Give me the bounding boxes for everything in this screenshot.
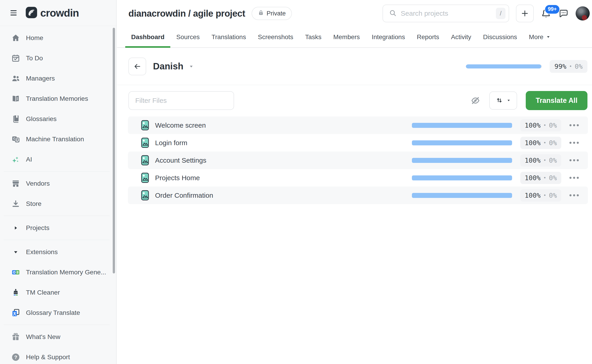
home-icon: [10, 32, 21, 43]
topbar: dianacrowdin / agile project Private /: [117, 0, 592, 27]
calendar-check-icon: [10, 53, 21, 64]
tab-dashboard[interactable]: Dashboard: [125, 27, 170, 47]
page-title: dianacrowdin / agile project: [128, 8, 245, 19]
chevron-down-icon: [546, 33, 551, 41]
book-icon: [10, 114, 21, 124]
file-row[interactable]: Order Confirmation 100%•0%: [128, 187, 588, 204]
ai-sparkles-icon: [10, 154, 21, 165]
file-more-menu[interactable]: [569, 192, 579, 198]
chevron-right-icon: [10, 222, 21, 233]
language-progress-badge: 99% • 0%: [550, 60, 587, 73]
search-shortcut-key: /: [496, 8, 506, 19]
chevron-down-icon: [507, 98, 511, 103]
file-toolbar: Translate All: [117, 85, 592, 110]
sidebar: crowdin Home To Do Managers: [0, 0, 117, 364]
file-progress-bar: [412, 193, 512, 198]
file-progress-bar: [412, 176, 512, 180]
glossary-translate-icon: [10, 307, 21, 318]
file-progress-bar: [412, 158, 512, 163]
crowdin-app: crowdin Home To Do Managers: [0, 0, 592, 364]
sidebar-item-projects[interactable]: Projects: [0, 218, 116, 238]
file-progress-bar: [412, 123, 512, 128]
tab-integrations[interactable]: Integrations: [366, 27, 411, 47]
search-box: /: [383, 5, 509, 22]
sort-button[interactable]: [489, 91, 517, 110]
crowdin-logo[interactable]: crowdin: [26, 6, 79, 19]
file-name: Login form: [155, 139, 187, 147]
file-row[interactable]: Account Settings 100%•0%: [128, 151, 588, 169]
file-more-menu[interactable]: [569, 122, 579, 128]
privacy-badge: Private: [252, 7, 292, 20]
file-more-menu[interactable]: [569, 175, 579, 181]
sidebar-scrollbar[interactable]: [113, 28, 115, 273]
back-button[interactable]: [128, 58, 146, 75]
filter-files-input[interactable]: [128, 91, 234, 110]
sidebar-item-help-support[interactable]: ? Help & Support: [0, 347, 116, 364]
eye-off-icon[interactable]: [470, 95, 481, 106]
avatar[interactable]: [576, 6, 590, 20]
tab-translations[interactable]: Translations: [206, 27, 252, 47]
sidebar-item-extensions[interactable]: Extensions: [0, 242, 116, 262]
book-open-icon: [10, 93, 21, 104]
file-progress-badge: 100%•0%: [520, 189, 561, 202]
tab-sources[interactable]: Sources: [170, 27, 206, 47]
users-icon: [10, 73, 21, 84]
lock-icon: [258, 10, 264, 18]
sidebar-item-glossary-translate[interactable]: Glossary Translate: [0, 303, 116, 323]
download-icon: [10, 198, 21, 209]
translate-all-button[interactable]: Translate All: [526, 91, 587, 110]
main-content: dianacrowdin / agile project Private /: [117, 0, 592, 364]
image-file-icon: [141, 173, 149, 183]
sidebar-item-tm-generator[interactable]: Translation Memory Gene...: [0, 262, 116, 282]
sidebar-item-vendors[interactable]: Vendors: [0, 173, 116, 194]
notifications-count-badge: 99+: [544, 4, 560, 14]
sidebar-item-whats-new[interactable]: What's New: [0, 327, 116, 347]
search-icon: [389, 9, 397, 18]
sidebar-item-ai[interactable]: AI: [0, 149, 116, 169]
file-progress-badge: 100%•0%: [520, 137, 561, 149]
tab-members[interactable]: Members: [327, 27, 366, 47]
search-input[interactable]: [401, 10, 492, 17]
storefront-icon: [10, 178, 21, 189]
menu-icon[interactable]: [10, 10, 17, 15]
file-name: Account Settings: [155, 156, 206, 164]
tab-activity[interactable]: Activity: [445, 27, 477, 47]
file-name: Projects Home: [155, 174, 200, 182]
gift-icon: [10, 332, 21, 342]
tab-screenshots[interactable]: Screenshots: [252, 27, 299, 47]
sidebar-item-tm-cleaner[interactable]: TM Cleaner: [0, 282, 116, 303]
sidebar-item-managers[interactable]: Managers: [0, 68, 116, 89]
sidebar-item-translation-memories[interactable]: Translation Memories: [0, 89, 116, 109]
file-row[interactable]: Login form 100%•0%: [128, 134, 588, 151]
add-project-button[interactable]: [516, 5, 534, 22]
tm-generator-icon: [10, 267, 21, 278]
language-name: Danish: [153, 61, 183, 72]
language-chevron-down-icon[interactable]: [189, 64, 194, 69]
tab-reports[interactable]: Reports: [411, 27, 445, 47]
crowdin-logo-icon: [26, 6, 37, 19]
file-more-menu[interactable]: [569, 140, 579, 146]
notifications-button[interactable]: 99+: [540, 8, 552, 19]
file-name: Order Confirmation: [155, 192, 213, 199]
machine-translation-icon: G: [10, 134, 21, 144]
sidebar-item-todo[interactable]: To Do: [0, 48, 116, 68]
chevron-down-icon: [10, 247, 21, 257]
file-progress-badge: 100%•0%: [520, 172, 561, 184]
sidebar-item-home[interactable]: Home: [0, 28, 116, 48]
language-header: Danish 99% • 0%: [117, 48, 592, 85]
tab-more[interactable]: More: [523, 27, 557, 47]
tm-cleaner-icon: [10, 287, 21, 298]
sidebar-divider: [4, 240, 110, 240]
question-circle-icon: ?: [10, 352, 21, 362]
tab-tasks[interactable]: Tasks: [299, 27, 327, 47]
sidebar-item-glossaries[interactable]: Glossaries: [0, 109, 116, 129]
sidebar-item-store[interactable]: Store: [0, 194, 116, 214]
image-file-icon: [141, 190, 149, 201]
file-more-menu[interactable]: [569, 157, 579, 163]
tab-discussions[interactable]: Discussions: [477, 27, 523, 47]
sidebar-item-machine-translation[interactable]: G Machine Translation: [0, 129, 116, 149]
file-row[interactable]: Welcome screen 100%•0%: [128, 117, 588, 134]
file-row[interactable]: Projects Home 100%•0%: [128, 169, 588, 187]
sidebar-header: crowdin: [0, 0, 116, 26]
file-progress-badge: 100%•0%: [520, 119, 561, 131]
